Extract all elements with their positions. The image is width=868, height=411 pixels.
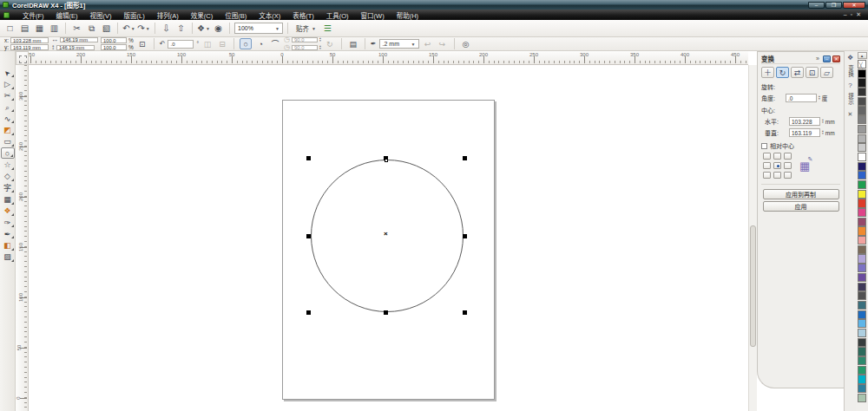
spinner[interactable]: ▴▾: [822, 130, 824, 135]
table-tool[interactable]: ▦: [1, 193, 15, 205]
color-swatch[interactable]: [858, 264, 866, 272]
import-button[interactable]: ⇩: [160, 22, 173, 35]
eyedropper-tool[interactable]: ✑: [1, 217, 15, 228]
mdi-close-button[interactable]: ✕: [856, 11, 861, 18]
no-color-swatch[interactable]: [858, 60, 866, 68]
outline-pen-tool[interactable]: ✒: [1, 228, 15, 239]
start-angle-field[interactable]: 90.0: [292, 37, 318, 43]
blend-tool[interactable]: ❖: [1, 206, 15, 217]
selection-handle-top-left[interactable]: [306, 156, 311, 160]
docker-minimize-button[interactable]: –: [823, 55, 831, 62]
spinner[interactable]: ▴▾: [822, 119, 824, 124]
color-swatch[interactable]: [858, 226, 866, 235]
scale-v-field[interactable]: 100.0: [101, 44, 127, 50]
anchor-center-radio[interactable]: [773, 162, 781, 169]
scrollbar-thumb[interactable]: [750, 225, 756, 347]
anchor-checkbox[interactable]: [763, 153, 771, 160]
ellipse-mode-button[interactable]: ○: [240, 38, 252, 49]
color-swatch[interactable]: [858, 153, 866, 161]
shape-tool[interactable]: ▷: [1, 78, 15, 89]
apply-to-duplicate-button[interactable]: 应用到再制: [763, 189, 839, 199]
spinner[interactable]: ▴▾: [319, 37, 321, 42]
anchor-checkbox[interactable]: [784, 172, 792, 179]
mdi-minimize-button[interactable]: –: [844, 11, 847, 18]
docker-chevrons-icon[interactable]: »: [816, 55, 819, 62]
transform-skew-button[interactable]: ▱: [820, 67, 833, 78]
color-swatch[interactable]: [858, 329, 866, 337]
ellipse-tool[interactable]: ○: [1, 147, 15, 159]
spinner[interactable]: ▴▾: [319, 45, 321, 50]
horizontal-field[interactable]: 103.228: [789, 117, 820, 126]
color-swatch[interactable]: [858, 208, 866, 217]
docker-tab-transform[interactable]: 变换: [846, 65, 855, 78]
object-height-field[interactable]: 146.19 mm: [56, 45, 95, 51]
menu-位图(B)[interactable]: 位图(B): [219, 10, 253, 21]
transform-scale-mirror-button[interactable]: ⇄: [791, 67, 804, 78]
menu-文本(X)[interactable]: 文本(X): [253, 10, 286, 21]
fill-tool[interactable]: ◧: [1, 239, 15, 251]
color-swatch[interactable]: [858, 69, 866, 78]
basic-shapes-tool[interactable]: ◇: [1, 171, 15, 182]
menu-表格(T)[interactable]: 表格(T): [286, 10, 320, 21]
selection-handle-bottom-right[interactable]: [463, 310, 467, 315]
tabstrip-close-icon[interactable]: ✕: [848, 111, 853, 118]
paste-button[interactable]: ▧: [100, 22, 113, 35]
anchor-checkbox[interactable]: [763, 162, 771, 169]
anchor-checkbox[interactable]: [784, 153, 792, 160]
transform-size-button[interactable]: ⊡: [806, 67, 819, 78]
relative-center-checkbox[interactable]: [761, 143, 767, 149]
transform-position-button[interactable]: ＋: [761, 67, 774, 78]
palette-scroll-up-button[interactable]: ▴: [858, 52, 867, 59]
arc-direction-button[interactable]: ↻: [324, 38, 336, 49]
menu-工具(O)[interactable]: 工具(O): [320, 10, 355, 21]
color-swatch[interactable]: [858, 143, 866, 152]
color-swatch[interactable]: [858, 384, 866, 393]
color-swatch[interactable]: [858, 97, 866, 106]
selection-handle-top-right[interactable]: [463, 156, 467, 160]
color-swatch[interactable]: [858, 199, 866, 207]
menu-版面(L)[interactable]: 版面(L): [118, 10, 151, 21]
y-position-field[interactable]: 163.119 mm: [10, 44, 49, 50]
crop-tool[interactable]: ✂: [1, 90, 15, 101]
pie-mode-button[interactable]: ◔: [254, 38, 266, 49]
object-width-field[interactable]: 146.19 mm: [60, 37, 98, 43]
color-swatch[interactable]: [858, 394, 866, 402]
menu-窗口(W)[interactable]: 窗口(W): [355, 10, 391, 21]
menu-效果(C)[interactable]: 效果(C): [185, 10, 219, 21]
color-swatch[interactable]: [858, 356, 866, 365]
angle-field[interactable]: .0: [786, 94, 817, 102]
cut-button[interactable]: ✂: [70, 22, 83, 35]
anchor-checkbox[interactable]: [784, 162, 792, 169]
corel-online-button[interactable]: ◉: [212, 22, 225, 35]
scale-h-field[interactable]: 100.0: [101, 37, 127, 43]
rotation-angle-field[interactable]: .0: [168, 40, 194, 49]
vertical-scrollbar[interactable]: [748, 65, 757, 411]
color-swatch[interactable]: [858, 106, 866, 114]
undo-button[interactable]: ↶▼: [122, 22, 135, 35]
color-swatch[interactable]: [858, 78, 866, 87]
menu-编辑(E)[interactable]: 编辑(E): [50, 10, 84, 21]
ellipse-node[interactable]: [385, 159, 388, 162]
vertical-ruler[interactable]: 300250200150100500: [16, 65, 29, 411]
color-swatch[interactable]: [858, 245, 866, 254]
selection-handle-bottom-center[interactable]: [384, 310, 388, 315]
symmetry-link-button[interactable]: ↩: [422, 38, 434, 49]
outline-width-combo[interactable]: .2 mm ▼: [379, 39, 419, 49]
rectangle-tool[interactable]: ▭: [1, 136, 15, 147]
color-swatch[interactable]: [858, 125, 866, 134]
docker-close-button[interactable]: ✕: [832, 55, 840, 62]
minimize-button[interactable]: –: [808, 2, 825, 9]
end-angle-field[interactable]: 90.0: [292, 45, 318, 51]
polygon-tool[interactable]: ☆: [1, 159, 15, 170]
apply-button[interactable]: 应用: [763, 201, 839, 212]
zoom-level-combo[interactable]: 100% ▼: [234, 23, 283, 34]
save-button[interactable]: ▦: [33, 22, 46, 35]
arc-mode-button[interactable]: ⌒: [269, 38, 281, 49]
color-swatch[interactable]: [858, 115, 866, 124]
color-swatch[interactable]: [858, 273, 866, 282]
color-swatch[interactable]: [858, 283, 866, 291]
new-button[interactable]: □: [3, 22, 16, 35]
drawing-canvas[interactable]: ×: [29, 65, 748, 411]
mirror-vertical-button[interactable]: ⊟: [216, 38, 228, 49]
freehand-tool[interactable]: ∿: [1, 113, 15, 124]
